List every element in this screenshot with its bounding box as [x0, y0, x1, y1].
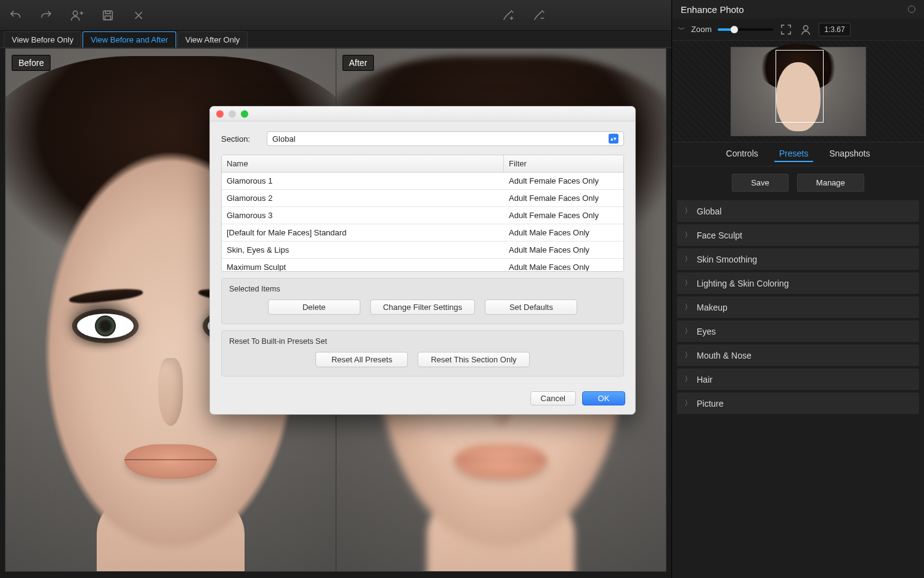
section-global[interactable]: 〉Global — [677, 200, 919, 222]
section-label: Skin Smoothing — [697, 254, 757, 264]
section-hair[interactable]: 〉Hair — [677, 368, 919, 390]
table-header: Name Filter — [222, 155, 623, 173]
cell-filter: Adult Male Faces Only — [504, 224, 623, 241]
selected-items-title: Selected Items — [229, 285, 616, 293]
cell-filter: Adult Female Faces Only — [504, 190, 623, 206]
cell-name: Skin, Eyes & Lips — [222, 242, 504, 258]
chevron-right-icon: 〉 — [684, 326, 692, 336]
svg-point-4 — [804, 25, 808, 30]
reset-all-button[interactable]: Reset All Presets — [315, 352, 408, 367]
after-label: After — [342, 55, 375, 71]
cell-name: Glamorous 3 — [222, 207, 504, 224]
fit-screen-icon[interactable] — [779, 23, 793, 36]
tab-view-before[interactable]: View Before Only — [4, 31, 81, 47]
close-dot-icon[interactable] — [216, 110, 224, 118]
before-label: Before — [12, 55, 51, 71]
tab-controls[interactable]: Controls — [721, 146, 763, 162]
section-makeup[interactable]: 〉Makeup — [677, 296, 919, 318]
navigator-viewport-rect[interactable] — [776, 50, 824, 123]
minimize-dot-icon — [229, 110, 236, 118]
brush-minus-icon[interactable] — [532, 9, 546, 22]
chevron-right-icon: 〉 — [684, 374, 692, 385]
chevron-right-icon: 〉 — [684, 350, 692, 360]
brush-plus-icon[interactable] — [501, 9, 515, 22]
cell-filter: Adult Male Faces Only — [504, 242, 623, 258]
chevron-right-icon: 〉 — [684, 206, 692, 216]
set-defaults-button[interactable]: Set Defaults — [485, 299, 577, 315]
preset-sections-list: 〉Global〉Face Sculpt〉Skin Smoothing〉Light… — [672, 200, 924, 578]
dropdown-arrows-icon: ▴▾ — [609, 134, 618, 144]
redo-icon[interactable] — [39, 9, 53, 22]
change-filter-button[interactable]: Change Filter Settings — [370, 299, 476, 315]
zoom-value[interactable]: 1:3.67 — [819, 23, 850, 36]
zoom-label: Zoom — [691, 25, 711, 34]
tab-snapshots[interactable]: Snapshots — [824, 146, 875, 162]
svg-rect-2 — [105, 10, 110, 14]
section-label: Global — [697, 206, 721, 216]
delete-button[interactable]: Delete — [268, 299, 360, 315]
section-label: Mouth & Nose — [697, 351, 752, 360]
table-row[interactable]: Glamorous 2Adult Female Faces Only — [222, 190, 623, 207]
cell-name: Glamorous 2 — [222, 190, 504, 206]
section-mouth-nose[interactable]: 〉Mouth & Nose — [677, 344, 919, 366]
navigator-preview[interactable] — [672, 41, 924, 142]
gear-icon[interactable] — [908, 6, 915, 13]
add-person-icon[interactable] — [70, 9, 84, 22]
reset-group-title: Reset To Built-in Presets Set — [229, 337, 616, 346]
selected-items-group: Selected Items Delete Change Filter Sett… — [221, 278, 624, 324]
col-filter[interactable]: Filter — [504, 155, 623, 172]
table-row[interactable]: Skin, Eyes & LipsAdult Male Faces Only — [222, 242, 623, 259]
cell-filter: Adult Male Faces Only — [504, 259, 623, 271]
presets-table: Name Filter Glamorous 1Adult Female Face… — [221, 155, 624, 272]
save-preset-button[interactable]: Save — [732, 174, 788, 192]
tab-presets[interactable]: Presets — [774, 146, 813, 162]
section-eyes[interactable]: 〉Eyes — [677, 320, 919, 342]
undo-icon[interactable] — [9, 9, 22, 22]
table-row[interactable]: Maximum SculptAdult Male Faces Only — [222, 259, 623, 271]
cell-name: Maximum Sculpt — [222, 259, 504, 271]
section-label: Lighting & Skin Coloring — [697, 279, 788, 288]
manage-preset-button[interactable]: Manage — [797, 174, 864, 192]
cell-name: [Default for Male Faces] Standard — [222, 224, 504, 241]
manage-presets-dialog: Section: Global ▴▾ Name Filter Glamorous… — [209, 106, 636, 415]
section-select[interactable]: Global ▴▾ — [267, 131, 624, 146]
zoom-dot-icon[interactable] — [241, 110, 248, 118]
ok-button[interactable]: OK — [582, 391, 625, 405]
reset-section-button[interactable]: Reset This Section Only — [418, 352, 529, 367]
reset-group: Reset To Built-in Presets Set Reset All … — [221, 330, 624, 377]
chevron-right-icon: 〉 — [684, 230, 692, 240]
section-label: Section: — [221, 134, 258, 144]
dialog-titlebar[interactable] — [210, 107, 635, 121]
section-label: Eyes — [697, 327, 716, 336]
cell-name: Glamorous 1 — [222, 173, 504, 189]
table-row[interactable]: [Default for Male Faces] StandardAdult M… — [222, 224, 623, 242]
chevron-down-icon[interactable]: ﹀ — [678, 25, 685, 34]
chevron-right-icon: 〉 — [684, 278, 692, 288]
fit-face-icon[interactable] — [799, 23, 813, 36]
sidebar-title-row: Enhance Photo — [672, 0, 924, 18]
cell-filter: Adult Female Faces Only — [504, 207, 623, 224]
section-face-sculpt[interactable]: 〉Face Sculpt — [677, 224, 919, 246]
section-select-value: Global — [272, 134, 296, 144]
chevron-right-icon: 〉 — [684, 302, 692, 312]
col-name[interactable]: Name — [222, 155, 504, 172]
chevron-right-icon: 〉 — [684, 398, 692, 409]
table-row[interactable]: Glamorous 1Adult Female Faces Only — [222, 173, 623, 190]
cancel-button[interactable]: Cancel — [530, 391, 576, 405]
table-row[interactable]: Glamorous 3Adult Female Faces Only — [222, 207, 623, 224]
svg-rect-3 — [105, 15, 110, 19]
tab-view-after[interactable]: View After Only — [177, 31, 248, 47]
sidebar-title: Enhance Photo — [681, 4, 744, 15]
section-lighting-skin-coloring[interactable]: 〉Lighting & Skin Coloring — [677, 272, 919, 294]
section-label: Hair — [697, 375, 713, 385]
sidebar-tabs: Controls Presets Snapshots — [672, 142, 924, 166]
tab-view-before-after[interactable]: View Before and After — [83, 31, 176, 47]
svg-point-0 — [73, 10, 78, 15]
section-picture[interactable]: 〉Picture — [677, 393, 919, 414]
section-skin-smoothing[interactable]: 〉Skin Smoothing — [677, 248, 919, 270]
save-icon[interactable] — [101, 9, 115, 22]
reject-icon[interactable] — [132, 9, 145, 22]
zoom-slider[interactable] — [718, 28, 773, 31]
section-label: Face Sculpt — [697, 230, 742, 240]
chevron-right-icon: 〉 — [684, 254, 692, 264]
